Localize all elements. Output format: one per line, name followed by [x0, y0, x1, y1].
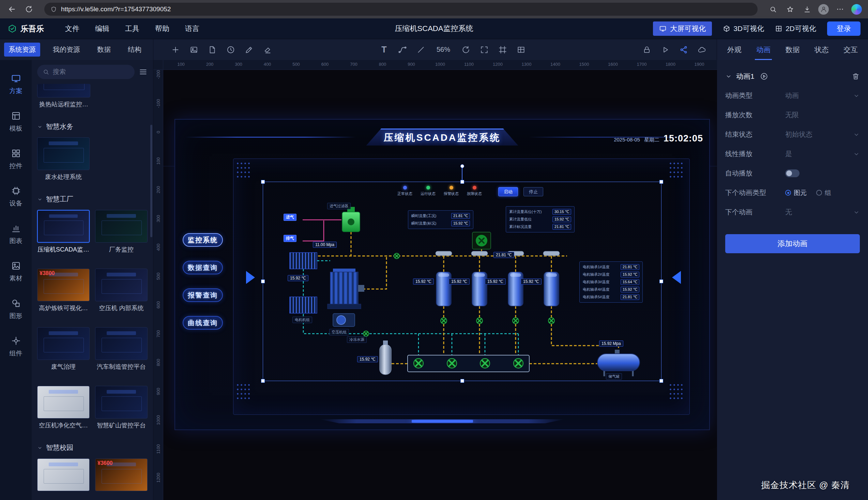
- pen-button[interactable]: [243, 44, 255, 56]
- resize-handle-n[interactable]: [460, 180, 464, 184]
- resource-item[interactable]: ¥3600: [95, 458, 148, 491]
- clock-button[interactable]: [225, 44, 237, 56]
- url-bar[interactable]: https://v.le5le.com/?r=1754377309052: [44, 3, 757, 16]
- refresh-icon[interactable]: [23, 3, 35, 15]
- left-tab[interactable]: 数据: [93, 43, 115, 57]
- rail-item[interactable]: 图形: [0, 292, 32, 327]
- menu-item[interactable]: 工具: [125, 24, 139, 33]
- resource-item[interactable]: 压缩机SCADA监…: [37, 210, 90, 253]
- left-tab[interactable]: 结构: [123, 43, 146, 57]
- resource-item[interactable]: 汽车制造管控平台: [95, 327, 148, 371]
- big-screen-button[interactable]: 大屏可视化: [653, 22, 712, 36]
- collapse-icon[interactable]: [725, 73, 732, 80]
- resize-handle-w[interactable]: [261, 280, 265, 283]
- resource-item[interactable]: 空压机 内部系统: [95, 269, 148, 312]
- property-value[interactable]: 是: [785, 149, 792, 159]
- lock-button[interactable]: [641, 44, 653, 56]
- table-button[interactable]: [515, 44, 527, 56]
- delete-animation-icon[interactable]: [852, 72, 860, 80]
- cloud-button[interactable]: [696, 44, 708, 56]
- menu-item[interactable]: 编辑: [95, 24, 110, 33]
- resize-handle-ne[interactable]: [660, 180, 663, 184]
- resource-item[interactable]: 废气治理: [37, 327, 90, 371]
- play-animation-icon[interactable]: [760, 72, 768, 80]
- property-value[interactable]: 无限: [785, 111, 799, 120]
- resize-handle-sw[interactable]: [261, 379, 265, 383]
- chevron-down-icon[interactable]: [853, 131, 860, 138]
- search-icon[interactable]: [767, 3, 779, 15]
- panel-scrollbar[interactable]: [150, 125, 152, 237]
- viz-3d-button[interactable]: 3D可视化: [723, 24, 764, 33]
- properties-tab[interactable]: 数据: [784, 39, 801, 60]
- rotate-handle[interactable]: [460, 164, 464, 168]
- resource-item[interactable]: ¥3800高炉炼铁可视化…: [37, 269, 90, 312]
- property-value[interactable]: 初始状态: [785, 130, 812, 139]
- canvas-viewport[interactable]: 压缩机SCADA监控系统 2025-08-05 星期二 15:02:05: [163, 70, 717, 500]
- properties-tab[interactable]: 外观: [726, 39, 743, 60]
- connector-button[interactable]: [397, 44, 408, 56]
- radio-option[interactable]: 图元: [785, 189, 807, 197]
- frame-button[interactable]: [497, 44, 509, 56]
- resource-item[interactable]: [37, 458, 90, 491]
- rail-item[interactable]: 组件: [0, 329, 32, 364]
- properties-tab[interactable]: 状态: [813, 39, 830, 60]
- downloads-icon[interactable]: [801, 3, 813, 15]
- menu-item[interactable]: 帮助: [155, 24, 169, 33]
- resource-item[interactable]: 换热站远程监控…: [37, 84, 90, 109]
- fit-button[interactable]: [479, 44, 490, 56]
- chevron-down-icon[interactable]: [853, 92, 860, 99]
- resize-handle-nw[interactable]: [261, 180, 265, 184]
- add-button[interactable]: [170, 44, 181, 56]
- chevron-down-icon[interactable]: [853, 151, 860, 158]
- resource-item[interactable]: 空压机净化空气…: [37, 386, 90, 430]
- browser-assistant-icon[interactable]: [851, 4, 862, 15]
- resize-handle-s[interactable]: [460, 379, 464, 383]
- section-header[interactable]: 智慧水务: [37, 122, 148, 131]
- radio-option[interactable]: 组: [816, 189, 831, 197]
- add-animation-button[interactable]: 添加动画: [725, 234, 860, 253]
- play-button[interactable]: [660, 44, 671, 56]
- property-value[interactable]: 无: [785, 207, 792, 217]
- rail-item[interactable]: 设备: [0, 179, 32, 214]
- zoom-level[interactable]: 56%: [434, 46, 453, 54]
- back-icon[interactable]: [6, 3, 18, 15]
- scada-menu-button[interactable]: 监控系统: [183, 233, 223, 247]
- text-button[interactable]: T: [378, 44, 390, 56]
- left-tab[interactable]: 系统资源: [4, 43, 40, 57]
- rail-item[interactable]: 控件: [0, 142, 32, 177]
- menu-item[interactable]: 文件: [65, 24, 79, 33]
- file-button[interactable]: [206, 44, 218, 56]
- scada-menu-button[interactable]: 数据查询: [183, 261, 223, 274]
- section-header[interactable]: 智慧工厂: [37, 195, 148, 204]
- viz-2d-button[interactable]: 2D可视化: [775, 24, 816, 33]
- selection-box[interactable]: [263, 182, 662, 381]
- share-button[interactable]: [678, 44, 689, 56]
- scada-menu-button[interactable]: 曲线查询: [183, 316, 223, 330]
- line-button[interactable]: [415, 44, 427, 56]
- resource-item[interactable]: 厂务监控: [95, 210, 148, 253]
- properties-tab[interactable]: 动画: [755, 39, 772, 60]
- section-header[interactable]: 智慧校园: [37, 443, 148, 452]
- rail-item[interactable]: 方案: [0, 67, 32, 102]
- browser-menu-icon[interactable]: [834, 3, 846, 15]
- toggle-switch[interactable]: [785, 169, 799, 177]
- resource-item[interactable]: 智慧矿山管控平台: [95, 386, 148, 430]
- property-value[interactable]: 动画: [785, 91, 799, 100]
- rail-item[interactable]: 模板: [0, 104, 32, 139]
- login-button[interactable]: 登录: [827, 22, 860, 36]
- brand[interactable]: 乐吾乐: [8, 23, 44, 34]
- scada-menu-button[interactable]: 报警查询: [183, 288, 223, 302]
- left-tab[interactable]: 我的资源: [48, 43, 84, 57]
- rail-item[interactable]: 图表: [0, 217, 32, 251]
- image-button[interactable]: [188, 44, 200, 56]
- rail-item[interactable]: 素材: [0, 254, 32, 289]
- favorites-icon[interactable]: [784, 3, 796, 15]
- profile-avatar[interactable]: [818, 4, 829, 15]
- menu-item[interactable]: 语言: [185, 24, 199, 33]
- refresh-button[interactable]: [460, 44, 472, 56]
- list-view-icon[interactable]: [139, 68, 148, 76]
- search-input[interactable]: 搜索: [37, 65, 135, 79]
- properties-tab[interactable]: 交互: [842, 39, 859, 60]
- resize-handle-se[interactable]: [660, 379, 663, 383]
- resource-item[interactable]: 废水处理系统: [37, 137, 90, 181]
